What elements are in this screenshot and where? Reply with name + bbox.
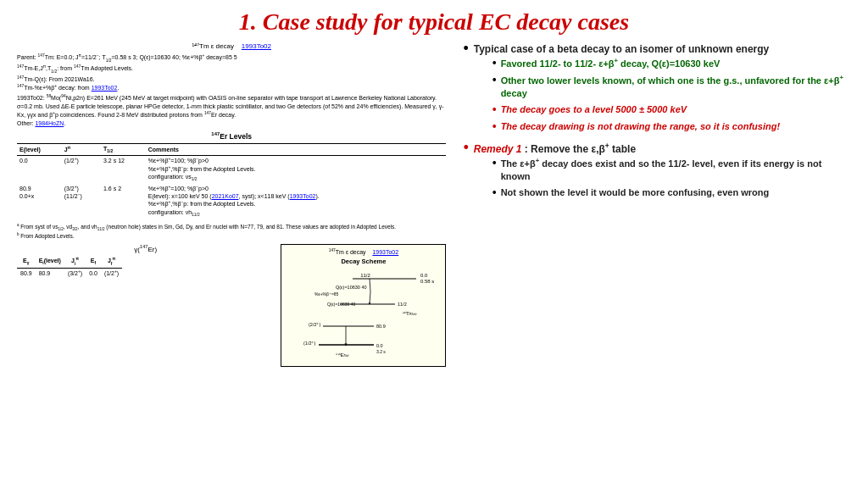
cell-e2: 80.90.0+x — [17, 184, 62, 219]
col-header-elevel: E(level) — [17, 143, 62, 156]
gamma-table: Eγ Ei(level) Jiπ Ef Jfπ 80.9 80.9 — [17, 256, 122, 279]
col-header-t12: T1/2 — [101, 143, 146, 156]
table-row: 0.0 (1/2+) 3.2 s 12 %ε+%β+=100; %β−p>0 %… — [17, 156, 446, 184]
right-panel: • Typical case of a beta decay to an iso… — [454, 42, 851, 480]
svg-text:¹⁴⁷Er₆₈: ¹⁴⁷Er₆₈ — [336, 352, 349, 358]
svg-text:11/2: 11/2 — [398, 302, 407, 307]
sub-dot-3: • — [492, 103, 497, 115]
gamma-ef: 0.0 — [86, 268, 101, 278]
sub-text-1-1: Favored 11/2- to 11/2- ε+β+ decay, Q(ε)=… — [501, 57, 851, 70]
svg-text:(1/2⁺): (1/2⁺) — [303, 341, 315, 346]
footnotes: a From syst of νs1/2, νd3/2, and νh11/2 … — [17, 223, 446, 241]
svg-text:0.0: 0.0 — [420, 273, 428, 278]
parent-line-6: Other: 1984HoZN. — [17, 119, 446, 128]
sub-text-1-4: The decay drawing is not drawing the ran… — [501, 120, 851, 133]
gamma-ji: (3/2+) — [64, 268, 86, 278]
cell-t2: 1.6 s 2 — [101, 184, 146, 219]
svg-text:%ε+%β⁺=85: %ε+%β⁺=85 — [314, 291, 339, 297]
left-panel: ¹⁴⁷Tm ε decay 1993To02 Parent: 147Tm: E=… — [17, 42, 446, 480]
gamma-col-ef: Ef — [86, 256, 101, 269]
svg-text:(2/2⁺): (2/2⁺) — [309, 322, 320, 327]
sub-dot-6: • — [492, 186, 497, 198]
svg-text:Q(ε)=10630 40: Q(ε)=10630 40 — [336, 285, 367, 290]
gamma-jf: (1/2+) — [101, 268, 122, 278]
bullet-text-2: Remedy 1 : Remove the ε,β+ table • The ε… — [474, 141, 851, 203]
decay-ref[interactable]: 1993To02 — [242, 42, 271, 50]
bullet-dot-1: • — [463, 41, 468, 56]
sub-text-2-1: The ε+β+ decay does exist and so the 11/… — [501, 157, 851, 183]
cell-jp1: (1/2+) — [62, 156, 101, 184]
decay-nuclide: ¹⁴⁷Tm ε decay — [192, 42, 234, 50]
scheme-header: 147Tm ε decay 1993To02 — [285, 248, 442, 256]
col-header-jp: Jπ — [62, 143, 101, 156]
gamma-col-ei: Ei(level) — [36, 256, 64, 269]
footnote-1: a From syst of νs1/2, νd3/2, and νh11/2 … — [17, 223, 446, 232]
col-header-comments: Comments — [146, 143, 447, 156]
gamma-ey: 80.9 — [17, 268, 36, 278]
parent-line-4: 147Tm-%ε+%β+ decay: from 1993To02. — [17, 84, 446, 92]
er-levels-title: 147Er Levels — [17, 131, 446, 141]
decay-header: ¹⁴⁷Tm ε decay 1993To02 — [17, 42, 446, 51]
bullet-item-1: • Typical case of a beta decay to an iso… — [463, 42, 851, 136]
svg-text:0.0: 0.0 — [376, 343, 383, 348]
footnote-2: b From Adopted Levels. — [17, 232, 446, 241]
sub-bullet-1-4: • The decay drawing is not drawing the r… — [492, 120, 851, 133]
gamma-col-ji: Jiπ — [64, 256, 86, 269]
sub-text-1-3: The decay goes to a level 5000 ± 5000 ke… — [501, 103, 851, 116]
svg-text:ⁱ⁴⁷Tm₆₉: ⁱ⁴⁷Tm₆₉ — [402, 311, 417, 316]
parent-line-3: 147Tm-Q(ε): From 2021Wa16. — [17, 75, 446, 84]
content-area: ¹⁴⁷Tm ε decay 1993To02 Parent: 147Tm: E=… — [17, 42, 851, 480]
cell-e1: 0.0 — [17, 156, 62, 184]
svg-text:Q(ε)=10630 40: Q(ε)=10630 40 — [327, 302, 355, 307]
gamma-section: γ(147Er) Eγ Ei(level) Jiπ Ef Jfπ — [17, 244, 274, 367]
sub-dot-2: • — [492, 74, 497, 86]
cell-jp2: (3/2+)(11/2−) — [62, 184, 101, 219]
page: 1. Case study for typical EC decay cases… — [0, 0, 868, 488]
bullet-dot-2: • — [463, 140, 468, 155]
sub-text-1-2: Other two lower levels known, of which o… — [501, 74, 851, 100]
levels-table: E(level) Jπ T1/2 Comments 0.0 (1/2+) 3.2… — [17, 143, 446, 219]
gamma-ei: 80.9 — [36, 268, 64, 278]
sub-bullet-1-1: • Favored 11/2- to 11/2- ε+β+ decay, Q(ε… — [492, 57, 851, 70]
decay-scheme-box: 147Tm ε decay 1993To02 Decay Scheme 11/2… — [281, 244, 446, 367]
gamma-title: γ(147Er) — [17, 244, 274, 254]
sub-dot-5: • — [492, 157, 497, 169]
decay-scheme-svg: 11/2 0.0 0.58 s Q(ε)=10630 40 %ε+%β⁺=85 … — [285, 269, 442, 362]
remedy-label: Remedy 1 — [474, 143, 522, 155]
bottom-section: γ(147Er) Eγ Ei(level) Jiπ Ef Jfπ — [17, 244, 446, 367]
cell-comments1: %ε+%β+=100; %β−p>0 %ε+%β+,%β−p: from the… — [146, 156, 447, 184]
bullet-label-1: Typical case of a beta decay to an isome… — [474, 43, 770, 55]
sub-bullet-1-2: • Other two lower levels known, of which… — [492, 74, 851, 100]
gamma-col-jf: Jfπ — [101, 256, 122, 269]
gamma-col-ey: Eγ — [17, 256, 36, 269]
parent-line-2: 147Tm-E,Jπ,T1/2: from 147Tm Adopted Leve… — [17, 64, 446, 75]
svg-text:11/2: 11/2 — [361, 273, 371, 278]
page-title: 1. Case study for typical EC decay cases — [17, 8, 851, 36]
cell-t1: 3.2 s 12 — [101, 156, 146, 184]
svg-text:80.9: 80.9 — [376, 324, 386, 329]
parent-info: Parent: 147Tm: E=0.0; Jπ=11/2−; T1/2=0.5… — [17, 53, 446, 127]
bullet-item-2: • Remedy 1 : Remove the ε,β+ table • The… — [463, 141, 851, 203]
svg-text:3.2 s: 3.2 s — [376, 349, 386, 354]
cell-comments2: %ε+%β+=100; %β−p>0 E(level): x=100 keV 5… — [146, 184, 447, 219]
parent-line-1: Parent: 147Tm: E=0.0; Jπ=11/2−; T1/2=0.5… — [17, 53, 446, 64]
parent-line-5: 1993To02: 58Mo(94Ni,p2n) E=261 MeV (245 … — [17, 94, 446, 119]
svg-text:0.58 s: 0.58 s — [420, 279, 434, 284]
sub-dot-4: • — [492, 120, 497, 132]
sub-dot-1: • — [492, 57, 497, 69]
sub-text-2-2: Not shown the level it would be more con… — [501, 186, 851, 199]
table-row: 80.90.0+x (3/2+)(11/2−) 1.6 s 2 %ε+%β+=1… — [17, 184, 446, 219]
sub-bullet-2-2: • Not shown the level it would be more c… — [492, 186, 851, 199]
bullet-text-1: Typical case of a beta decay to an isome… — [474, 42, 851, 136]
gamma-row: 80.9 80.9 (3/2+) 0.0 (1/2+) — [17, 268, 122, 278]
sub-bullet-2-1: • The ε+β+ decay does exist and so the 1… — [492, 157, 851, 183]
scheme-subtitle: Decay Scheme — [285, 258, 442, 266]
sub-bullet-1-3: • The decay goes to a level 5000 ± 5000 … — [492, 103, 851, 116]
